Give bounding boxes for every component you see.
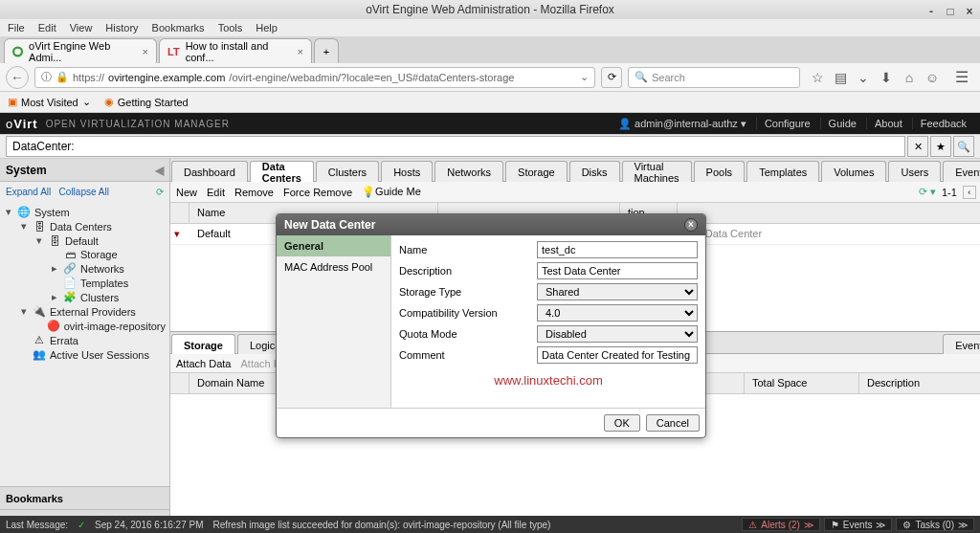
tree-node[interactable]: ▾🌐System: [0, 205, 169, 219]
hamburger-menu-icon[interactable]: ☰: [949, 68, 974, 86]
action-new[interactable]: New: [176, 187, 197, 198]
action-force-remove[interactable]: Force Remove: [283, 187, 352, 198]
nav-configure[interactable]: Configure: [756, 118, 818, 129]
alerts-chip[interactable]: ⚠Alerts (2) ≫: [742, 518, 820, 531]
identity-icon[interactable]: ⓘ: [41, 70, 52, 84]
quota-select[interactable]: Disabled: [537, 325, 698, 343]
action-edit[interactable]: Edit: [207, 187, 225, 198]
expand-all-link[interactable]: Expand All: [6, 187, 51, 197]
url-bar[interactable]: ⓘ 🔒 https://ovirtengine.example.com/ovir…: [34, 67, 595, 88]
tab-disks[interactable]: Disks: [569, 161, 620, 182]
tree-twisty-icon[interactable]: ▾: [19, 305, 29, 318]
getting-started-bookmark[interactable]: ◉Getting Started: [104, 96, 189, 108]
tree-node[interactable]: ▾🗄Default: [0, 233, 169, 248]
tree-node[interactable]: ⚠Errata: [0, 333, 169, 347]
subtab-events[interactable]: Events: [943, 334, 980, 355]
url-dropdown-icon[interactable]: ⌄: [580, 71, 589, 83]
collapse-sidebar-icon[interactable]: ◀: [155, 164, 164, 177]
tree-twisty-icon[interactable]: ▸: [50, 262, 59, 275]
reload-button[interactable]: ⟳: [601, 67, 622, 88]
dialog-tab-general[interactable]: General: [277, 235, 390, 256]
close-icon[interactable]: ×: [965, 2, 974, 21]
dialog-close-icon[interactable]: ×: [684, 218, 698, 232]
refresh-grid-icon[interactable]: ⟳ ▾: [919, 186, 936, 198]
subtab-storage[interactable]: Storage: [171, 334, 235, 355]
tab-events[interactable]: Events: [943, 161, 980, 182]
tab-pools[interactable]: Pools: [694, 161, 746, 182]
tab-close-icon[interactable]: ×: [298, 46, 303, 57]
tree-node[interactable]: 🔴ovirt-image-repository: [0, 319, 169, 333]
name-input[interactable]: [537, 241, 698, 258]
home-icon[interactable]: ⌂: [902, 70, 917, 85]
collapse-all-link[interactable]: Collapse All: [59, 187, 109, 197]
dialog-titlebar[interactable]: New Data Center ×: [277, 214, 705, 235]
search-bar[interactable]: 🔍 Search: [628, 67, 800, 88]
tree-node[interactable]: 👥Active User Sessions: [0, 347, 169, 362]
tab-users[interactable]: Users: [888, 161, 941, 182]
most-visited-bookmark[interactable]: ▣Most Visited⌄: [8, 96, 91, 108]
tree-node[interactable]: ▾🗄Data Centers: [0, 219, 169, 233]
dialog-tab-mac[interactable]: MAC Address Pool: [277, 256, 390, 278]
maximize-icon[interactable]: □: [946, 2, 955, 21]
tab-close-icon[interactable]: ×: [143, 46, 148, 57]
menu-history[interactable]: History: [105, 22, 138, 33]
menu-view[interactable]: View: [70, 22, 93, 33]
tab-clusters[interactable]: Clusters: [316, 161, 379, 182]
menu-edit[interactable]: Edit: [38, 22, 56, 33]
comment-input[interactable]: [537, 346, 698, 364]
tab-virtual-machines[interactable]: Virtual Machines: [622, 161, 692, 182]
bookmarks-section[interactable]: Bookmarks: [0, 486, 169, 509]
attach-data-action[interactable]: Attach Data: [176, 358, 231, 369]
tree-twisty-icon[interactable]: ▾: [4, 206, 13, 218]
refresh-tree-icon[interactable]: ⟳: [156, 187, 164, 197]
sub-col-space[interactable]: Total Space: [745, 373, 859, 393]
downloads-icon[interactable]: ⬇: [879, 70, 894, 85]
menu-file[interactable]: File: [8, 22, 25, 33]
execute-search-button[interactable]: 🔍: [953, 136, 974, 157]
user-menu[interactable]: 👤 admin@internal-authz ▾: [611, 118, 754, 130]
tree-node[interactable]: ▸🔗Networks: [0, 261, 169, 276]
col-desc[interactable]: [678, 203, 980, 223]
sync-icon[interactable]: ☺: [924, 70, 940, 85]
tree-node[interactable]: 🗃Storage: [0, 248, 169, 261]
cancel-button[interactable]: Cancel: [646, 414, 700, 432]
tab-networks[interactable]: Networks: [434, 161, 503, 182]
menu-help[interactable]: Help: [256, 22, 278, 33]
menu-tools[interactable]: Tools: [218, 22, 243, 33]
description-input[interactable]: [537, 262, 698, 279]
sub-col-desc[interactable]: Description: [859, 373, 980, 393]
tree-node[interactable]: ▾🔌External Providers: [0, 304, 169, 319]
tasks-chip[interactable]: ⚙Tasks (0) ≫: [896, 518, 974, 531]
nav-guide[interactable]: Guide: [820, 118, 864, 129]
storage-type-select[interactable]: Shared: [537, 283, 698, 300]
tab-storage[interactable]: Storage: [505, 161, 568, 182]
action-guide-me[interactable]: 💡Guide Me: [362, 186, 421, 198]
nav-about[interactable]: About: [866, 118, 910, 129]
tree-twisty-icon[interactable]: ▾: [34, 234, 44, 247]
tree-node[interactable]: 📄Templates: [0, 276, 169, 290]
clear-search-button[interactable]: ✕: [907, 136, 928, 157]
events-chip[interactable]: ⚑Events ≫: [824, 518, 893, 531]
pocket-icon[interactable]: ⌄: [856, 70, 871, 85]
tab-hosts[interactable]: Hosts: [381, 161, 433, 182]
search-filter-input[interactable]: DataCenter:: [6, 136, 905, 157]
back-button[interactable]: ←: [6, 66, 29, 89]
tree-twisty-icon[interactable]: ▾: [19, 220, 29, 233]
prev-page-button[interactable]: ‹: [963, 186, 976, 199]
library-icon[interactable]: ▤: [833, 70, 848, 85]
tab-data-centers[interactable]: Data Centers: [250, 161, 314, 182]
action-remove[interactable]: Remove: [234, 187, 274, 198]
new-tab-button[interactable]: +: [314, 38, 339, 63]
tree-node[interactable]: ▸🧩Clusters: [0, 290, 169, 304]
bookmark-search-button[interactable]: ★: [930, 136, 951, 157]
browser-tab-ovirt[interactable]: oVirt Engine Web Admi... ×: [4, 38, 157, 63]
tab-dashboard[interactable]: Dashboard: [171, 161, 248, 182]
tab-templates[interactable]: Templates: [746, 161, 819, 182]
browser-tab-howto[interactable]: LT How to install and conf... ×: [159, 38, 312, 63]
nav-feedback[interactable]: Feedback: [912, 118, 974, 129]
compat-select[interactable]: 4.0: [537, 304, 698, 322]
tree-twisty-icon[interactable]: ▸: [50, 291, 59, 303]
tab-volumes[interactable]: Volumes: [821, 161, 886, 182]
minimize-icon[interactable]: -: [926, 2, 936, 21]
bookmark-star-icon[interactable]: ☆: [810, 70, 825, 85]
